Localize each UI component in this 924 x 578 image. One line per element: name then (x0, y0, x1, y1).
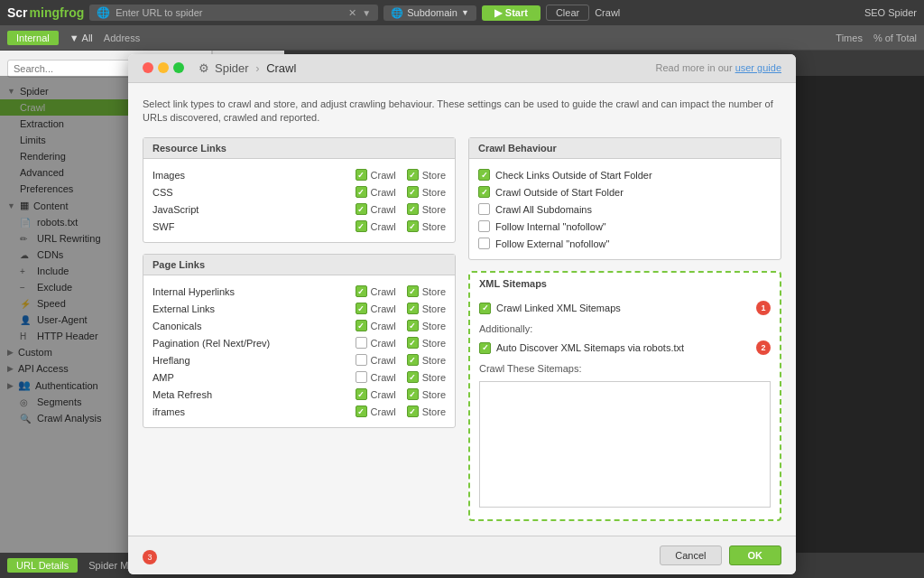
iframes-store-cb[interactable] (407, 406, 419, 417)
internal-tab[interactable]: Internal (7, 31, 59, 45)
hreflang-crawl-cb[interactable] (356, 354, 367, 366)
url-input[interactable]: Enter URL to spider (116, 7, 343, 18)
window-close-button[interactable] (143, 62, 153, 73)
seo-spider-label: SEO Spider (864, 7, 917, 18)
cb-follow-internal-nofollow: Follow Internal "nofollow" (478, 218, 772, 235)
internal-store-cb[interactable] (407, 285, 419, 297)
window-maximize-button[interactable] (173, 62, 184, 73)
page-pagination-row: Pagination (Rel Next/Prev) Crawl Store (152, 334, 446, 351)
resource-links-section: Resource Links Images Crawl Store (143, 137, 456, 243)
internal-crawl-cb[interactable] (356, 285, 367, 297)
iframes-crawl-cb[interactable] (356, 406, 367, 417)
resource-links-body: Images Crawl Store CSS Crawl (143, 159, 455, 242)
pagination-store-cb[interactable] (407, 337, 419, 349)
iframes-label: iframes (152, 406, 350, 417)
modal-footer: 3 Cancel OK (128, 536, 796, 574)
xml-auto-discover-row: Auto Discover XML Sitemaps via robots.tx… (479, 338, 771, 358)
amp-label: AMP (152, 372, 350, 383)
main-layout: ▼ Spider Crawl Extraction Limits Renderi… (0, 51, 924, 553)
logo-scr: Scr (7, 5, 28, 20)
subdomain-chevron-icon: ▼ (461, 8, 469, 17)
page-hreflang-row: Hreflang Crawl Store (152, 351, 446, 368)
page-links-body: Internal Hyperlinks Crawl Store External… (143, 275, 455, 427)
follow-internal-nofollow-cb[interactable] (478, 220, 490, 232)
user-guide-link[interactable]: user guide (735, 62, 781, 73)
total-col-header: % of Total (873, 33, 917, 43)
amp-store-cb[interactable] (407, 371, 419, 383)
canonicals-label: Canonicals (152, 321, 350, 331)
subdomain-button[interactable]: 🌐 Subdomain ▼ (383, 5, 476, 21)
badge-1: 1 (756, 301, 771, 315)
auto-discover-xml-label: Auto Discover XML Sitemaps via robots.tx… (496, 342, 747, 353)
hreflang-label: Hreflang (152, 355, 350, 366)
crawl-label: Crawl (595, 7, 620, 18)
top-bar: Scrmingfrog 🌐 Enter URL to spider ✕ ▼ 🌐 … (0, 0, 924, 25)
crawl-sitemaps-textarea[interactable] (479, 381, 771, 508)
resource-css-row: CSS Crawl Store (152, 183, 446, 200)
pagination-crawl-cb[interactable] (356, 337, 367, 349)
css-store-cb[interactable] (407, 186, 419, 198)
amp-crawl-cb[interactable] (356, 371, 367, 383)
subdomain-label: Subdomain (407, 7, 457, 18)
filter-icon: ▼ (69, 33, 79, 43)
url-details-tab[interactable]: URL Details (7, 558, 78, 573)
crawl-these-label: Crawl These Sitemaps: (479, 363, 771, 374)
canonicals-store-cb[interactable] (407, 320, 419, 331)
meta-refresh-crawl-cb[interactable] (356, 388, 367, 400)
crawl-outside-cb[interactable] (478, 186, 490, 198)
start-button[interactable]: ▶ Start (482, 5, 541, 21)
modal-left-col: Resource Links Images Crawl Store (143, 137, 456, 521)
badge-2: 2 (756, 340, 771, 355)
page-amp-row: AMP Crawl Store (152, 368, 446, 386)
auto-discover-xml-cb[interactable] (479, 342, 491, 354)
meta-refresh-store-cb[interactable] (407, 388, 419, 400)
crawl-linked-xml-cb[interactable] (479, 303, 491, 314)
images-crawl-cb[interactable] (356, 169, 367, 181)
filter-all[interactable]: ▼ All (69, 33, 93, 43)
crawl-subdomains-cb[interactable] (478, 203, 490, 215)
check-links-outside-cb[interactable] (478, 169, 490, 181)
follow-external-nofollow-cb[interactable] (478, 238, 490, 249)
play-icon: ▶ (494, 7, 502, 19)
page-iframes-row: iframes Crawl Store (152, 403, 446, 420)
canonicals-crawl-cb[interactable] (356, 320, 367, 331)
window-minimize-button[interactable] (158, 62, 169, 73)
swf-store-cb[interactable] (407, 220, 419, 232)
cb-crawl-all-subdomains: Crawl All Subdomains (478, 200, 772, 218)
js-store-cb[interactable] (407, 203, 419, 215)
images-label: Images (152, 170, 350, 181)
cancel-button[interactable]: Cancel (660, 545, 721, 565)
meta-refresh-label: Meta Refresh (152, 389, 350, 400)
external-store-cb[interactable] (407, 303, 419, 314)
badge-3: 3 (143, 550, 157, 564)
xml-sitemaps-body: Crawl Linked XML Sitemaps 1 Additionally… (470, 294, 780, 519)
url-dropdown-icon[interactable]: ▼ (362, 8, 371, 18)
external-crawl-cb[interactable] (356, 303, 367, 314)
url-close-icon[interactable]: ✕ (348, 7, 356, 19)
crawl-linked-xml-label: Crawl Linked XML Sitemaps (496, 303, 747, 313)
resource-swf-row: SWF Crawl Store (152, 218, 446, 235)
xml-crawl-linked-row: Crawl Linked XML Sitemaps 1 (479, 298, 771, 318)
modal-gear-icon: ⚙ (199, 61, 209, 75)
images-store-cb[interactable] (407, 169, 419, 181)
javascript-label: JavaScript (152, 204, 350, 215)
page-internal-row: Internal Hyperlinks Crawl Store (152, 283, 446, 300)
url-bar[interactable]: 🌐 Enter URL to spider ✕ ▼ (89, 5, 378, 21)
clear-button[interactable]: Clear (546, 5, 589, 21)
swf-crawl-cb[interactable] (356, 220, 367, 232)
logo-green: mingfrog (30, 5, 85, 20)
cb-crawl-outside-folder: Crawl Outside of Start Folder (478, 183, 772, 200)
breadcrumb-parent: Spider (215, 61, 249, 75)
modal-breadcrumb: Spider › Crawl (215, 61, 296, 75)
css-crawl-cb[interactable] (356, 186, 367, 198)
breadcrumb-separator: › (255, 61, 263, 75)
xml-sitemaps-section: XML Sitemaps Crawl Linked XML Sitemaps 1… (468, 271, 781, 521)
second-bar: Internal ▼ All Address Times % of Total (0, 25, 924, 51)
css-label: CSS (152, 187, 350, 198)
ok-button[interactable]: OK (729, 545, 782, 565)
resource-images-row: Images Crawl Store (152, 166, 446, 183)
js-crawl-cb[interactable] (356, 203, 367, 215)
modal-overlay: ⚙ Spider › Crawl Read more in our user g… (0, 76, 924, 553)
pagination-label: Pagination (Rel Next/Prev) (152, 338, 350, 349)
hreflang-store-cb[interactable] (407, 354, 419, 366)
